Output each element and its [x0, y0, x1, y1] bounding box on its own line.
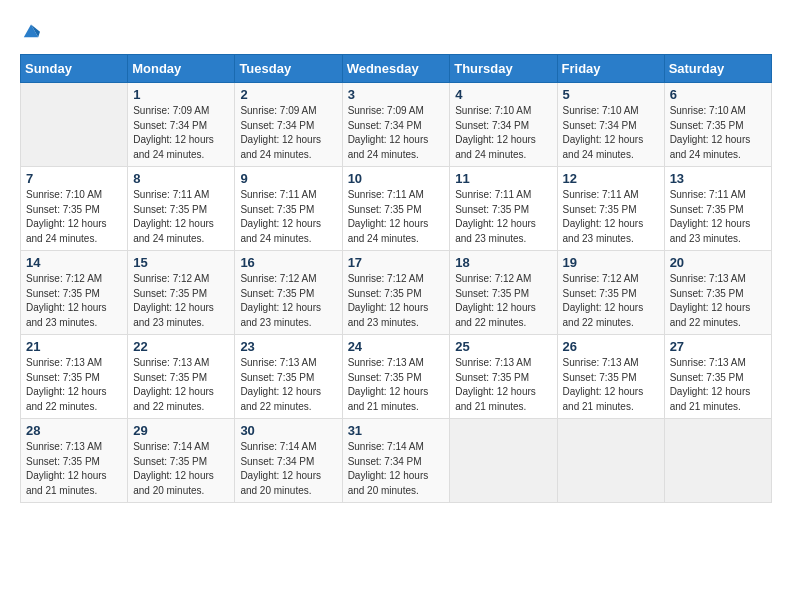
calendar-cell: 25Sunrise: 7:13 AMSunset: 7:35 PMDayligh… [450, 335, 557, 419]
day-info: Sunrise: 7:14 AMSunset: 7:34 PMDaylight:… [240, 440, 336, 498]
weekday-header-monday: Monday [128, 55, 235, 83]
calendar-cell [21, 83, 128, 167]
day-number: 25 [455, 339, 551, 354]
day-info: Sunrise: 7:14 AMSunset: 7:34 PMDaylight:… [348, 440, 445, 498]
day-number: 6 [670, 87, 766, 102]
day-number: 23 [240, 339, 336, 354]
calendar-cell: 4Sunrise: 7:10 AMSunset: 7:34 PMDaylight… [450, 83, 557, 167]
week-row-1: 1Sunrise: 7:09 AMSunset: 7:34 PMDaylight… [21, 83, 772, 167]
day-info: Sunrise: 7:12 AMSunset: 7:35 PMDaylight:… [563, 272, 659, 330]
day-number: 14 [26, 255, 122, 270]
day-info: Sunrise: 7:09 AMSunset: 7:34 PMDaylight:… [133, 104, 229, 162]
day-number: 16 [240, 255, 336, 270]
day-number: 12 [563, 171, 659, 186]
day-number: 21 [26, 339, 122, 354]
calendar-cell: 21Sunrise: 7:13 AMSunset: 7:35 PMDayligh… [21, 335, 128, 419]
day-number: 1 [133, 87, 229, 102]
day-info: Sunrise: 7:13 AMSunset: 7:35 PMDaylight:… [240, 356, 336, 414]
calendar-cell: 2Sunrise: 7:09 AMSunset: 7:34 PMDaylight… [235, 83, 342, 167]
day-number: 29 [133, 423, 229, 438]
weekday-header-friday: Friday [557, 55, 664, 83]
calendar-cell: 22Sunrise: 7:13 AMSunset: 7:35 PMDayligh… [128, 335, 235, 419]
day-info: Sunrise: 7:12 AMSunset: 7:35 PMDaylight:… [133, 272, 229, 330]
calendar-cell: 12Sunrise: 7:11 AMSunset: 7:35 PMDayligh… [557, 167, 664, 251]
calendar-cell: 23Sunrise: 7:13 AMSunset: 7:35 PMDayligh… [235, 335, 342, 419]
calendar-cell: 13Sunrise: 7:11 AMSunset: 7:35 PMDayligh… [664, 167, 771, 251]
calendar-cell: 15Sunrise: 7:12 AMSunset: 7:35 PMDayligh… [128, 251, 235, 335]
day-info: Sunrise: 7:11 AMSunset: 7:35 PMDaylight:… [133, 188, 229, 246]
calendar-cell: 24Sunrise: 7:13 AMSunset: 7:35 PMDayligh… [342, 335, 450, 419]
day-info: Sunrise: 7:11 AMSunset: 7:35 PMDaylight:… [348, 188, 445, 246]
week-row-3: 14Sunrise: 7:12 AMSunset: 7:35 PMDayligh… [21, 251, 772, 335]
day-number: 5 [563, 87, 659, 102]
day-number: 27 [670, 339, 766, 354]
day-number: 10 [348, 171, 445, 186]
day-number: 8 [133, 171, 229, 186]
weekday-header-saturday: Saturday [664, 55, 771, 83]
logo-icon [22, 21, 40, 39]
day-info: Sunrise: 7:09 AMSunset: 7:34 PMDaylight:… [240, 104, 336, 162]
day-number: 9 [240, 171, 336, 186]
weekday-header-sunday: Sunday [21, 55, 128, 83]
logo [20, 20, 40, 44]
calendar-cell: 31Sunrise: 7:14 AMSunset: 7:34 PMDayligh… [342, 419, 450, 503]
day-number: 19 [563, 255, 659, 270]
calendar-cell: 1Sunrise: 7:09 AMSunset: 7:34 PMDaylight… [128, 83, 235, 167]
day-info: Sunrise: 7:12 AMSunset: 7:35 PMDaylight:… [240, 272, 336, 330]
day-info: Sunrise: 7:13 AMSunset: 7:35 PMDaylight:… [26, 356, 122, 414]
calendar-cell: 18Sunrise: 7:12 AMSunset: 7:35 PMDayligh… [450, 251, 557, 335]
day-number: 20 [670, 255, 766, 270]
day-number: 17 [348, 255, 445, 270]
calendar-cell: 10Sunrise: 7:11 AMSunset: 7:35 PMDayligh… [342, 167, 450, 251]
day-info: Sunrise: 7:10 AMSunset: 7:35 PMDaylight:… [26, 188, 122, 246]
day-info: Sunrise: 7:11 AMSunset: 7:35 PMDaylight:… [563, 188, 659, 246]
weekday-header-thursday: Thursday [450, 55, 557, 83]
calendar-cell: 26Sunrise: 7:13 AMSunset: 7:35 PMDayligh… [557, 335, 664, 419]
day-number: 24 [348, 339, 445, 354]
calendar-cell [450, 419, 557, 503]
day-info: Sunrise: 7:12 AMSunset: 7:35 PMDaylight:… [455, 272, 551, 330]
day-info: Sunrise: 7:12 AMSunset: 7:35 PMDaylight:… [26, 272, 122, 330]
week-row-5: 28Sunrise: 7:13 AMSunset: 7:35 PMDayligh… [21, 419, 772, 503]
calendar-cell: 16Sunrise: 7:12 AMSunset: 7:35 PMDayligh… [235, 251, 342, 335]
weekday-header-tuesday: Tuesday [235, 55, 342, 83]
day-number: 22 [133, 339, 229, 354]
day-info: Sunrise: 7:10 AMSunset: 7:35 PMDaylight:… [670, 104, 766, 162]
calendar-cell: 5Sunrise: 7:10 AMSunset: 7:34 PMDaylight… [557, 83, 664, 167]
calendar-cell: 29Sunrise: 7:14 AMSunset: 7:35 PMDayligh… [128, 419, 235, 503]
calendar-cell: 28Sunrise: 7:13 AMSunset: 7:35 PMDayligh… [21, 419, 128, 503]
day-number: 2 [240, 87, 336, 102]
day-info: Sunrise: 7:13 AMSunset: 7:35 PMDaylight:… [670, 356, 766, 414]
calendar-cell: 19Sunrise: 7:12 AMSunset: 7:35 PMDayligh… [557, 251, 664, 335]
calendar-cell: 9Sunrise: 7:11 AMSunset: 7:35 PMDaylight… [235, 167, 342, 251]
calendar-cell: 7Sunrise: 7:10 AMSunset: 7:35 PMDaylight… [21, 167, 128, 251]
calendar-table: SundayMondayTuesdayWednesdayThursdayFrid… [20, 54, 772, 503]
week-row-4: 21Sunrise: 7:13 AMSunset: 7:35 PMDayligh… [21, 335, 772, 419]
weekday-header-row: SundayMondayTuesdayWednesdayThursdayFrid… [21, 55, 772, 83]
day-number: 18 [455, 255, 551, 270]
day-number: 28 [26, 423, 122, 438]
calendar-cell: 27Sunrise: 7:13 AMSunset: 7:35 PMDayligh… [664, 335, 771, 419]
day-info: Sunrise: 7:10 AMSunset: 7:34 PMDaylight:… [455, 104, 551, 162]
logo-text [20, 20, 40, 44]
day-number: 3 [348, 87, 445, 102]
day-info: Sunrise: 7:13 AMSunset: 7:35 PMDaylight:… [455, 356, 551, 414]
calendar-cell: 11Sunrise: 7:11 AMSunset: 7:35 PMDayligh… [450, 167, 557, 251]
calendar-cell: 3Sunrise: 7:09 AMSunset: 7:34 PMDaylight… [342, 83, 450, 167]
day-info: Sunrise: 7:10 AMSunset: 7:34 PMDaylight:… [563, 104, 659, 162]
day-number: 15 [133, 255, 229, 270]
day-info: Sunrise: 7:11 AMSunset: 7:35 PMDaylight:… [240, 188, 336, 246]
week-row-2: 7Sunrise: 7:10 AMSunset: 7:35 PMDaylight… [21, 167, 772, 251]
page-header [20, 20, 772, 44]
day-number: 26 [563, 339, 659, 354]
calendar-cell: 20Sunrise: 7:13 AMSunset: 7:35 PMDayligh… [664, 251, 771, 335]
day-info: Sunrise: 7:11 AMSunset: 7:35 PMDaylight:… [455, 188, 551, 246]
day-info: Sunrise: 7:09 AMSunset: 7:34 PMDaylight:… [348, 104, 445, 162]
day-number: 11 [455, 171, 551, 186]
day-number: 31 [348, 423, 445, 438]
calendar-cell: 8Sunrise: 7:11 AMSunset: 7:35 PMDaylight… [128, 167, 235, 251]
day-number: 13 [670, 171, 766, 186]
calendar-cell: 30Sunrise: 7:14 AMSunset: 7:34 PMDayligh… [235, 419, 342, 503]
calendar-cell [557, 419, 664, 503]
calendar-cell: 14Sunrise: 7:12 AMSunset: 7:35 PMDayligh… [21, 251, 128, 335]
